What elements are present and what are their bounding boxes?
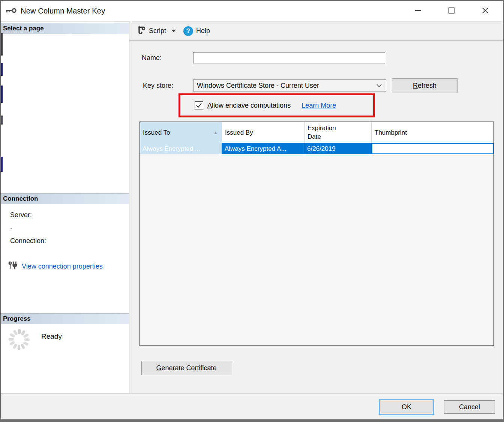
title-bar: New Column Master Key: [1, 1, 503, 22]
allow-enclave-checkbox[interactable]: [195, 101, 203, 110]
toolbar: Script ? Help: [129, 22, 503, 41]
learn-more-link[interactable]: Learn More: [302, 102, 336, 110]
view-connection-properties-link[interactable]: View connection properties: [22, 263, 103, 270]
dialog-footer: OK Cancel: [1, 393, 503, 419]
key-store-dropdown[interactable]: Windows Certificate Store - Current User: [194, 79, 386, 92]
certificate-table: Issued To ▲ Issued By Expiration Date Th…: [140, 122, 494, 346]
cell-issued-by[interactable]: Always Encrypted A...: [222, 143, 304, 154]
refresh-button[interactable]: Refresh: [392, 78, 458, 93]
connection-label: Connection:: [10, 237, 46, 245]
progress-status: Ready: [41, 332, 62, 341]
maximize-icon: [447, 6, 456, 16]
progress-spinner-icon: [8, 328, 31, 353]
script-icon: [136, 25, 146, 37]
close-icon: [481, 6, 489, 16]
main-content: Name: Key store: Windows Certificate Sto…: [129, 41, 503, 393]
dropdown-chevron-icon: [376, 82, 382, 89]
cancel-button[interactable]: Cancel: [444, 400, 495, 414]
column-header-thumbprint[interactable]: Thumbprint: [372, 122, 494, 143]
name-label: Name:: [142, 54, 162, 62]
name-input[interactable]: [193, 52, 385, 63]
table-row[interactable]: Always Encrypted ... Always Encrypted A.…: [140, 143, 494, 154]
chevron-down-icon: [171, 30, 176, 32]
column-header-issued-to[interactable]: Issued To ▲: [140, 122, 222, 143]
ok-button[interactable]: OK: [379, 399, 434, 414]
column-header-expiration-date[interactable]: Expiration Date: [304, 122, 372, 143]
close-button[interactable]: [477, 4, 494, 19]
background-window-artifact: [1, 86, 3, 103]
cell-expiration-date[interactable]: 6/26/2019: [304, 143, 372, 154]
progress-section-header: Progress: [1, 313, 129, 324]
enclave-highlight-box: Allow enclave computations Learn More: [178, 93, 375, 117]
background-window-artifact: [1, 116, 3, 125]
sort-ascending-icon: ▲: [213, 130, 218, 135]
minimize-button[interactable]: [409, 4, 426, 19]
connection-section-header: Connection: [1, 193, 129, 204]
generate-certificate-button[interactable]: Generate Certificate: [141, 361, 231, 375]
server-value: .: [10, 223, 12, 231]
key-icon: [6, 7, 17, 16]
select-a-page-header: Select a page: [1, 23, 129, 34]
help-label: Help: [196, 27, 210, 35]
new-column-master-key-dialog: New Column Master Key: [0, 0, 504, 422]
key-store-label: Key store:: [143, 82, 173, 90]
table-header-row: Issued To ▲ Issued By Expiration Date Th…: [140, 122, 494, 143]
column-header-issued-by[interactable]: Issued By: [222, 122, 304, 143]
connection-properties-icon: [8, 261, 18, 272]
key-store-selected-value: Windows Certificate Store - Current User: [197, 82, 319, 90]
minimize-icon: [414, 6, 422, 16]
background-window-artifact: [1, 33, 3, 56]
maximize-button[interactable]: [443, 4, 460, 19]
background-window-artifact: [1, 63, 3, 76]
script-label: Script: [149, 27, 166, 35]
help-icon: ?: [183, 26, 193, 36]
help-button[interactable]: ? Help: [181, 25, 212, 38]
cell-thumbprint[interactable]: [372, 143, 494, 154]
sidebar: Select a page Connection Server: . Conne…: [1, 22, 129, 393]
script-button[interactable]: Script: [134, 24, 178, 39]
window-title: New Column Master Key: [21, 7, 105, 15]
background-window-artifact: [1, 157, 3, 172]
cell-issued-to[interactable]: Always Encrypted ...: [140, 143, 222, 154]
server-label: Server:: [10, 211, 32, 219]
allow-enclave-label[interactable]: Allow enclave computations: [207, 102, 291, 110]
